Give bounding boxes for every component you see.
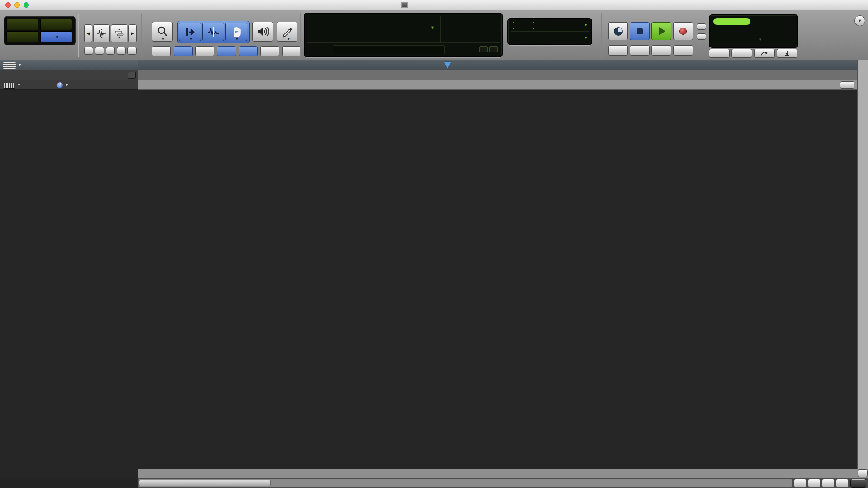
speaker-icon (256, 26, 269, 37)
below-tracks-strip (0, 469, 868, 478)
grid-dropdown-icon[interactable]: ▼ (584, 23, 588, 27)
record-icon (679, 28, 687, 35)
toolbar-menu-button[interactable]: ▼ (854, 15, 865, 26)
rewind-button[interactable] (630, 45, 650, 56)
click-button[interactable] (731, 49, 752, 58)
go-to-end-button[interactable] (673, 45, 693, 56)
play-button[interactable] (651, 22, 671, 40)
grabber-dropdown-icon[interactable]: ▼ (236, 38, 239, 41)
transport-expand-top-button[interactable] (697, 23, 706, 30)
counter-divider (307, 42, 500, 43)
grid-nudge-divider (511, 31, 589, 32)
back-to-start-button[interactable] (850, 479, 866, 488)
transport-expand-bottom-button[interactable] (697, 33, 706, 40)
quickpunch-button[interactable] (709, 49, 730, 58)
grabber-tool-button[interactable]: ▼ (225, 23, 247, 41)
grid-mode-dropdown-icon[interactable]: ▼ (55, 35, 59, 39)
time-ruler-scale[interactable] (138, 60, 857, 70)
timebase-expand-button[interactable] (840, 81, 854, 89)
right-scroll-column[interactable] (857, 90, 868, 469)
horizontal-scrollbar-track[interactable] (138, 479, 792, 487)
return-to-zero-button[interactable] (608, 45, 628, 56)
minimize-window-button[interactable] (14, 2, 20, 8)
grid-mode-button[interactable]: ▼ (40, 31, 72, 42)
fast-forward-button[interactable] (651, 45, 671, 56)
smart-tool-group: ▼ ▼ (177, 21, 250, 43)
record-button[interactable] (673, 22, 693, 40)
markers-header (0, 70, 138, 80)
status-left-panel (0, 478, 138, 488)
spot-mode-button[interactable] (40, 19, 72, 30)
selector-tool-button[interactable] (202, 23, 224, 41)
mirrored-editing-button[interactable] (195, 46, 214, 56)
edit-group-dropdown-icon[interactable]: ▼ (65, 83, 69, 87)
zoom-preset-button[interactable] (111, 24, 127, 42)
horizontal-scrollbar-thumb[interactable] (139, 480, 271, 486)
tempo-dropdown-icon[interactable]: ▼ (759, 38, 762, 42)
countoff-toggle-button[interactable] (754, 49, 775, 58)
count-off-pill[interactable] (713, 18, 750, 25)
waveform-zoom-icon (96, 28, 107, 38)
grid-label-pill[interactable] (513, 22, 534, 29)
trim-dropdown-icon[interactable]: ▼ (189, 38, 193, 41)
dly-toggle-1[interactable] (479, 46, 488, 52)
stop-button[interactable] (630, 22, 650, 40)
zoom-preset-4[interactable] (117, 47, 126, 55)
online-button[interactable] (608, 22, 628, 40)
dly-toggle-2[interactable] (489, 46, 498, 52)
midi-merge-button[interactable] (777, 49, 797, 58)
edit-group-icon[interactable]: i (57, 82, 63, 88)
zoom-out-horizontal-button[interactable] (822, 479, 835, 488)
link-track-edit-button[interactable] (239, 46, 258, 56)
track-list-header: ▼ i ▼ (0, 80, 868, 90)
pencil-dropdown-icon[interactable]: ▼ (287, 38, 290, 41)
zoom-preset-5[interactable] (127, 47, 137, 55)
link-timeline-edit-button[interactable] (217, 46, 236, 56)
scroll-right-button[interactable] (808, 479, 821, 488)
zoom-preset-3[interactable] (106, 47, 115, 55)
grabber-hand-icon (231, 27, 242, 38)
toolbar-separator (601, 13, 602, 58)
zoom-window-button[interactable] (24, 2, 29, 8)
add-track-button[interactable] (858, 469, 868, 477)
zoom-waveform-button[interactable] (93, 24, 110, 42)
main-counter-dropdown-icon[interactable]: ▼ (430, 25, 434, 30)
play-icon (659, 27, 665, 35)
pro-tools-edit-window: ▼ ◀ ▶ (0, 0, 868, 488)
close-window-button[interactable] (5, 2, 11, 8)
status-bar (0, 478, 868, 488)
nudge-dropdown-icon[interactable]: ▼ (584, 36, 588, 40)
zoom-in-horizontal-button[interactable] (836, 479, 849, 488)
edit-toolbar: ▼ ◀ ▶ (0, 10, 868, 61)
zoomer-tool-button[interactable]: ▼ (152, 22, 173, 42)
scrubber-tool-button[interactable] (252, 22, 273, 42)
add-marker-button[interactable] (128, 72, 136, 79)
trim-tool-button[interactable]: ▼ (179, 23, 201, 41)
toolbar-separator (78, 14, 79, 57)
main-counter-value[interactable] (308, 17, 427, 38)
cursor-readout-field (333, 45, 445, 54)
zoom-out-button[interactable]: ◀ (84, 24, 92, 42)
tab-to-transient-button[interactable] (174, 46, 193, 56)
tracks-area (0, 90, 868, 469)
layered-editing-button[interactable] (260, 46, 279, 56)
pencil-tool-button[interactable]: ▼ (277, 22, 297, 42)
zoom-preset-1[interactable] (84, 47, 93, 55)
track-height-dropdown-icon[interactable]: ▼ (17, 83, 21, 87)
marker-lane[interactable] (138, 70, 857, 80)
track-height-icon[interactable] (4, 83, 15, 89)
zoom-toggle-button[interactable] (152, 46, 171, 56)
shuffle-mode-button[interactable] (6, 19, 38, 30)
zoom-preset-2[interactable] (95, 47, 104, 55)
ruler-view-menu-button[interactable] (3, 62, 16, 69)
ruler-row: ▼ (0, 60, 868, 70)
zoom-in-button[interactable]: ▶ (128, 24, 137, 42)
track-list-header-left: ▼ i ▼ (0, 80, 138, 90)
insertion-follows-playback-button[interactable] (282, 46, 301, 56)
header-right-gutter (857, 80, 868, 90)
slip-mode-button[interactable] (6, 31, 38, 42)
ruler-dropdown-icon[interactable]: ▼ (18, 63, 22, 67)
zoomer-dropdown-icon[interactable]: ▼ (161, 38, 165, 41)
scroll-left-button[interactable] (794, 479, 807, 488)
playhead-marker-icon[interactable] (444, 62, 451, 69)
